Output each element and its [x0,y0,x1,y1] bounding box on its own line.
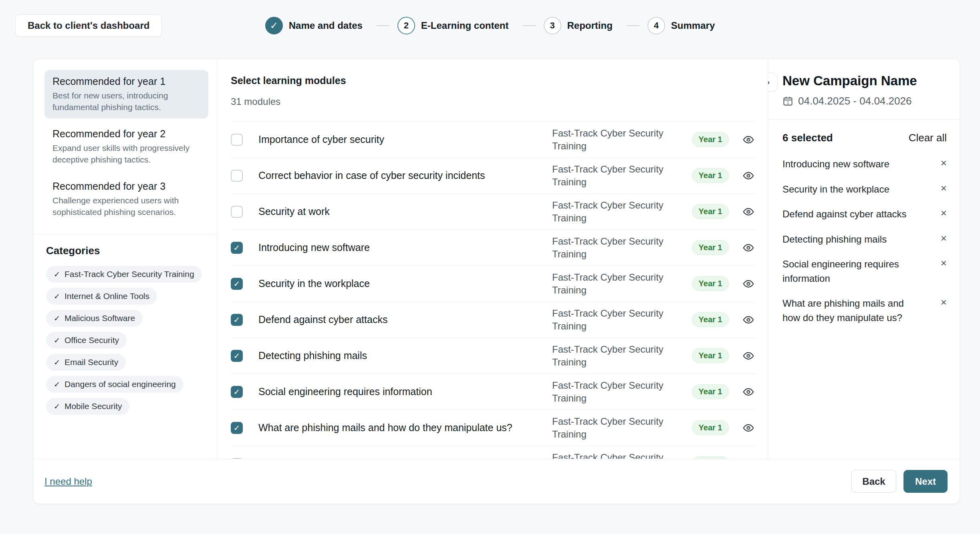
wizard-step[interactable]: 2 E-Learning content [397,17,544,34]
checkbox-check-icon: ✓ [234,352,240,360]
module-checkbox[interactable]: ✓ [231,242,243,254]
collapse-panel-button[interactable]: › [768,72,778,92]
sidebar-divider [33,234,217,234]
campaign-name: New Campaign Name [782,73,947,88]
remove-selected-icon[interactable]: × [941,232,947,245]
module-row[interactable]: ✓ Importance of cyber security Fast-Trac… [231,122,756,158]
module-program: Fast-Track Cyber Security Training [552,127,680,152]
category-chip-list: ✓ Fast-Track Cyber Security Training ✓ I… [44,266,208,420]
preview-eye-icon[interactable] [740,134,756,145]
help-link[interactable]: I need help [44,476,92,487]
module-checkbox[interactable]: ✓ [231,386,243,398]
filters-sidebar: Recommended for year 1 Best for new user… [33,59,218,459]
module-program: Fast-Track Cyber Security Training [552,415,680,440]
module-badge-zone: Year 1 [680,384,740,399]
wizard-step[interactable]: 3 Reporting [544,17,647,34]
preview-eye-icon[interactable] [740,170,756,181]
module-title: Correct behavior in case of cyber securi… [258,170,552,181]
wizard-step[interactable]: 4 Summary [647,17,715,34]
module-badge-zone: Year 1 [680,348,740,363]
recommendation-description: Challenge experienced users with sophist… [52,195,200,218]
module-row[interactable]: ✓ Security in the workplace Fast-Track C… [231,266,756,302]
module-checkbox[interactable]: ✓ [231,278,243,290]
step-number-circle: 2 [397,17,415,34]
preview-eye-icon[interactable] [740,278,756,289]
module-list-title: Select learning modules [231,75,756,86]
preview-eye-icon[interactable] [740,314,756,325]
campaign-dates: 1 04.04.2025 - 04.04.2026 [782,95,947,107]
category-chip[interactable]: ✓ Office Security [46,332,127,349]
preview-eye-icon[interactable] [740,386,756,397]
recommendation-option[interactable]: Recommended for year 3 Challenge experie… [44,175,208,223]
selected-modules-list: Introducing new software × Security in t… [782,157,947,325]
remove-selected-icon[interactable]: × [941,182,947,195]
module-row[interactable]: ✓ Correct behavior in case of cyber secu… [231,158,756,194]
check-icon: ✓ [54,270,60,279]
selected-module-label: Social engineering requires information [782,257,915,285]
wizard-step[interactable]: ✓ Name and dates [265,17,397,34]
module-row[interactable]: ✓ Introducing new software Fast-Track Cy… [231,230,756,266]
module-title: Defend against cyber attacks [258,314,552,325]
category-chip[interactable]: ✓ Fast-Track Cyber Security Training [46,266,202,283]
clear-all-button[interactable]: Clear all [909,132,947,144]
check-icon: ✓ [54,380,60,389]
module-row[interactable]: ✓ Defend against cyber attacks Fast-Trac… [231,302,756,338]
step-number-circle: 4 [647,17,665,34]
remove-selected-icon[interactable]: × [941,207,947,219]
category-chip-label: Dangers of social engineering [65,379,176,389]
step-number: 3 [550,20,555,31]
category-chip[interactable]: ✓ Dangers of social engineering [46,376,183,393]
preview-eye-icon[interactable] [740,350,756,361]
remove-selected-icon[interactable]: × [941,257,947,269]
step-number-circle: ✓ [265,17,283,34]
remove-selected-icon[interactable]: × [941,296,947,309]
check-icon: ✓ [54,358,60,367]
module-row[interactable]: ✓ What are phishing mails and how do the… [231,410,756,446]
preview-eye-icon[interactable] [740,422,756,434]
category-chip[interactable]: ✓ Malicious Software [46,310,143,327]
module-checkbox[interactable]: ✓ [231,206,243,218]
category-chip-label: Malicious Software [65,313,135,323]
svg-text:1: 1 [787,100,789,105]
module-badge-zone: Year 1 [680,240,740,255]
module-row[interactable]: ✓ Detecting phishing mails Fast-Track Cy… [231,338,756,374]
category-chip-label: Mobile Security [65,402,122,411]
module-title: Detecting phishing mails [258,350,552,361]
next-button[interactable]: Next [903,470,948,493]
module-title: Security at work [258,206,552,217]
check-icon: ✓ [54,314,60,323]
module-checkbox[interactable]: ✓ [231,422,243,434]
selected-module-item: Introducing new software × [782,157,947,171]
category-chip[interactable]: ✓ Email Security [46,354,126,371]
module-title: What are phishing mails and how do they … [258,422,552,434]
module-checkbox[interactable]: ✓ [231,170,243,182]
module-program: Fast-Track Cyber Security Training [552,199,680,224]
remove-selected-icon[interactable]: × [941,157,947,169]
selected-module-label: Detecting phishing mails [782,232,887,247]
recommendation-option[interactable]: Recommended for year 1 Best for new user… [44,70,208,118]
module-checkbox[interactable]: ✓ [231,350,243,362]
module-row[interactable]: ✓ Social engineering requires informatio… [231,374,756,410]
module-badge-zone: Year 1 [680,420,740,435]
check-icon: ✓ [54,336,60,345]
module-row[interactable]: ✓ Fast-Track Cyber Security Training Yea… [231,446,756,459]
preview-eye-icon[interactable] [740,206,756,217]
module-list-panel: Select learning modules 31 modules ✓ Imp… [218,59,768,459]
year-badge: Year 1 [692,168,729,183]
step-label: Summary [671,20,715,31]
module-list-header: Select learning modules 31 modules [231,59,756,122]
recommendation-option[interactable]: Recommended for year 2 Expand user skill… [44,122,208,171]
back-button[interactable]: Back [851,470,896,493]
chevron-right-icon: › [768,76,770,88]
module-checkbox[interactable]: ✓ [231,314,243,326]
module-badge-zone: Year 1 [680,312,740,327]
module-checkbox[interactable]: ✓ [231,134,243,146]
date-range-text: 04.04.2025 - 04.04.2026 [798,95,911,107]
year-badge: Year 1 [692,240,729,255]
module-row[interactable]: ✓ Security at work Fast-Track Cyber Secu… [231,194,756,230]
category-chip[interactable]: ✓ Mobile Security [46,398,129,415]
module-program: Fast-Track Cyber Security Training [552,163,680,188]
category-chip[interactable]: ✓ Internet & Online Tools [46,288,157,305]
selected-module-label: Introducing new software [782,157,889,171]
preview-eye-icon[interactable] [740,242,756,253]
